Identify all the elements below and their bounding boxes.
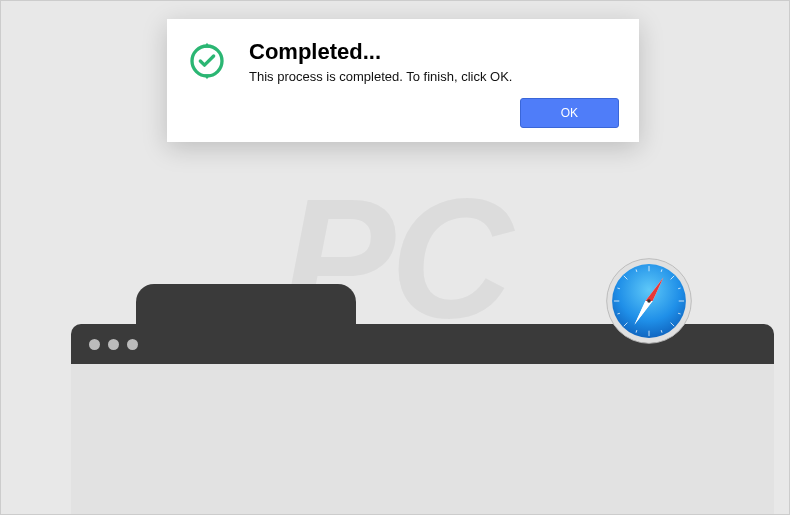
ok-button[interactable]: OK	[520, 98, 619, 128]
dialog-text: Completed... This process is completed. …	[249, 39, 619, 84]
svg-point-21	[647, 299, 651, 303]
safari-icon	[604, 256, 694, 346]
completed-dialog: Completed... This process is completed. …	[167, 19, 639, 142]
check-circle-icon	[187, 41, 227, 81]
dialog-body: Completed... This process is completed. …	[187, 39, 619, 84]
window-control-dot[interactable]	[108, 339, 119, 350]
window-control-dot[interactable]	[127, 339, 138, 350]
browser-tab[interactable]	[136, 284, 356, 324]
dialog-title: Completed...	[249, 39, 619, 65]
window-control-dot[interactable]	[89, 339, 100, 350]
dialog-actions: OK	[187, 98, 619, 128]
dialog-message: This process is completed. To finish, cl…	[249, 69, 619, 84]
browser-content	[71, 364, 774, 514]
